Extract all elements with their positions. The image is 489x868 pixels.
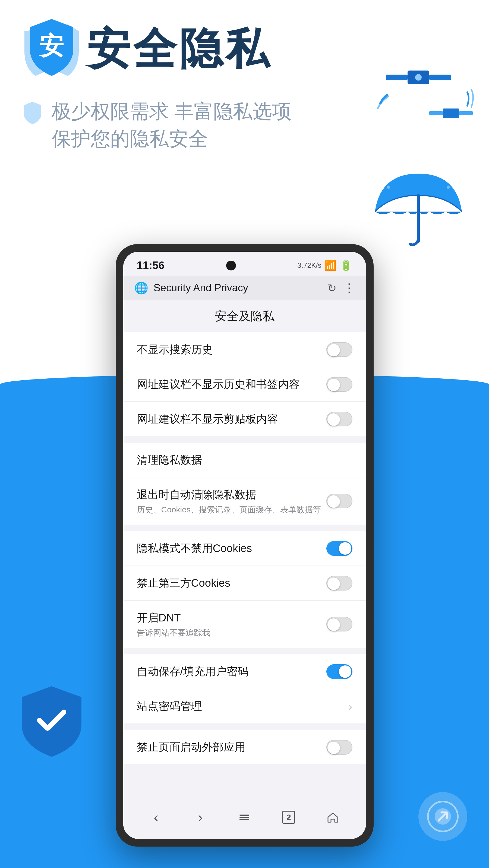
settings-item-autosave-password[interactable]: 自动保存/填充用户密码 (123, 654, 366, 689)
chevron-icon: › (348, 699, 352, 714)
toggle-knob (327, 344, 340, 356)
browser-url[interactable]: Security And Privacy (154, 282, 322, 294)
svg-text:安: 安 (38, 32, 64, 59)
svg-rect-7 (459, 111, 473, 115)
toggle-knob (327, 379, 340, 391)
svg-point-9 (387, 186, 390, 189)
network-speed: 3.72K/s (297, 261, 321, 270)
toggle-private-cookies[interactable] (326, 541, 352, 556)
toggle-no-search-history[interactable] (326, 342, 352, 357)
tabs-button[interactable]: 2 (278, 806, 299, 828)
settings-item-no-history-bookmarks[interactable]: 网址建议栏不显示历史和书签内容 (123, 367, 366, 402)
svg-rect-12 (239, 817, 249, 818)
settings-item-clear-privacy[interactable]: 清理隐私数据 (123, 443, 366, 477)
svg-rect-3 (429, 74, 451, 80)
settings-item-auto-clear[interactable]: 退出时自动清除隐私数据 历史、Cookies、搜索记录、页面缓存、表单数据等 (123, 477, 366, 525)
toggle-knob (339, 665, 351, 678)
spacer (123, 771, 366, 787)
phone-container: 11:56 3.72K/s 📶 🔋 🌐 Security And Privacy… (116, 244, 374, 846)
settings-group-2: 清理隐私数据 退出时自动清除隐私数据 历史、Cookies、搜索记录、页面缓存、… (123, 443, 366, 525)
toggle-knob (327, 413, 340, 426)
camera-notch (226, 261, 236, 271)
item-label: 退出时自动清除隐私数据 (137, 487, 326, 502)
item-label: 清理隐私数据 (137, 453, 352, 467)
item-label: 开启DNT (137, 610, 326, 625)
hero-title: 安全隐私 (87, 27, 271, 70)
wifi-icon: 📶 (324, 260, 337, 271)
svg-point-4 (415, 74, 422, 81)
svg-point-10 (447, 186, 450, 189)
toggle-autosave-password[interactable] (326, 664, 352, 679)
svg-rect-6 (429, 111, 443, 115)
settings-group-1: 不显示搜索历史 网址建议栏不显示历史和书签内容 (123, 332, 366, 436)
item-label: 不显示搜索历史 (137, 342, 326, 357)
phone-screen: 11:56 3.72K/s 📶 🔋 🌐 Security And Privacy… (123, 252, 366, 839)
shield-icon-small (22, 100, 44, 125)
svg-rect-5 (443, 108, 459, 118)
item-content: 开启DNT 告诉网站不要追踪我 (137, 610, 326, 638)
hero-subtitle: 极少权限需求 丰富隐私选项 保护您的隐私安全 (52, 98, 292, 152)
browser-logo-bottom (419, 792, 467, 841)
settings-group-5: 禁止页面启动外部应用 (123, 730, 366, 764)
item-label: 禁止页面启动外部应用 (137, 740, 326, 755)
forward-button[interactable]: › (190, 806, 211, 828)
item-label: 隐私模式不禁用Cookies (137, 541, 326, 556)
settings-item-no-clipboard[interactable]: 网址建议栏不显示剪贴板内容 (123, 402, 366, 436)
battery-icon: 🔋 (340, 260, 352, 271)
item-content: 网址建议栏不显示剪贴板内容 (137, 411, 326, 426)
toggle-knob (327, 618, 340, 631)
item-content: 禁止页面启动外部应用 (137, 740, 326, 755)
toggle-dnt[interactable] (326, 617, 352, 631)
settings-item-dnt[interactable]: 开启DNT 告诉网站不要追踪我 (123, 600, 366, 648)
toggle-no-history-bookmarks[interactable] (326, 377, 352, 392)
toggle-block-external-apps[interactable] (326, 740, 352, 755)
toggle-auto-clear[interactable] (326, 494, 352, 508)
toggle-knob (327, 495, 340, 508)
shield-icon-large: 安 (22, 16, 82, 82)
svg-rect-11 (239, 814, 249, 816)
status-icons: 3.72K/s 📶 🔋 (297, 260, 352, 271)
nav-bar: ‹ › 2 (123, 798, 366, 839)
settings-group-4: 自动保存/填充用户密码 站点密码管理 › (123, 654, 366, 723)
svg-rect-2 (386, 74, 407, 80)
page-title: 安全及隐私 (123, 300, 366, 332)
item-label: 自动保存/填充用户密码 (137, 664, 326, 679)
toggle-knob (327, 742, 340, 754)
item-sublabel: 告诉网站不要追踪我 (137, 627, 326, 638)
toggle-knob (339, 542, 351, 555)
back-button[interactable]: ‹ (145, 806, 167, 828)
settings-group-3: 隐私模式不禁用Cookies 禁止第三方Cookies (123, 531, 366, 648)
settings-item-no-search-history[interactable]: 不显示搜索历史 (123, 332, 366, 367)
item-content: 自动保存/填充用户密码 (137, 664, 326, 679)
item-label: 网址建议栏不显示剪贴板内容 (137, 411, 326, 426)
item-content: 不显示搜索历史 (137, 342, 326, 357)
home-button[interactable] (322, 806, 344, 828)
item-content: 网址建议栏不显示历史和书签内容 (137, 377, 326, 392)
settings-item-block-third-party[interactable]: 禁止第三方Cookies (123, 566, 366, 600)
item-content: 隐私模式不禁用Cookies (137, 541, 326, 556)
item-content: 站点密码管理 (137, 699, 348, 714)
browser-actions: ↻ ⋮ (327, 282, 355, 294)
more-icon[interactable]: ⋮ (343, 282, 355, 294)
globe-icon: 🌐 (134, 281, 148, 294)
umbrella-decoration (367, 163, 470, 250)
item-sublabel: 历史、Cookies、搜索记录、页面缓存、表单数据等 (137, 504, 326, 515)
item-content: 清理隐私数据 (137, 453, 352, 467)
settings-item-block-external-apps[interactable]: 禁止页面启动外部应用 (123, 730, 366, 764)
toggle-knob (327, 578, 340, 590)
toggle-block-third-party[interactable] (326, 576, 352, 590)
refresh-icon[interactable]: ↻ (327, 282, 337, 294)
toggle-no-clipboard[interactable] (326, 412, 352, 426)
svg-rect-13 (239, 819, 249, 820)
satellite-decoration (367, 54, 476, 163)
menu-button[interactable] (233, 806, 255, 828)
status-bar: 11:56 3.72K/s 📶 🔋 (123, 252, 366, 276)
settings-item-private-cookies[interactable]: 隐私模式不禁用Cookies (123, 531, 366, 566)
status-time: 11:56 (137, 259, 165, 272)
item-content: 退出时自动清除隐私数据 历史、Cookies、搜索记录、页面缓存、表单数据等 (137, 487, 326, 515)
item-label: 站点密码管理 (137, 699, 348, 714)
settings-item-password-manager[interactable]: 站点密码管理 › (123, 689, 366, 723)
settings-container: 不显示搜索历史 网址建议栏不显示历史和书签内容 (123, 332, 366, 798)
item-label: 禁止第三方Cookies (137, 576, 326, 590)
shield-bottom-left (16, 684, 87, 760)
